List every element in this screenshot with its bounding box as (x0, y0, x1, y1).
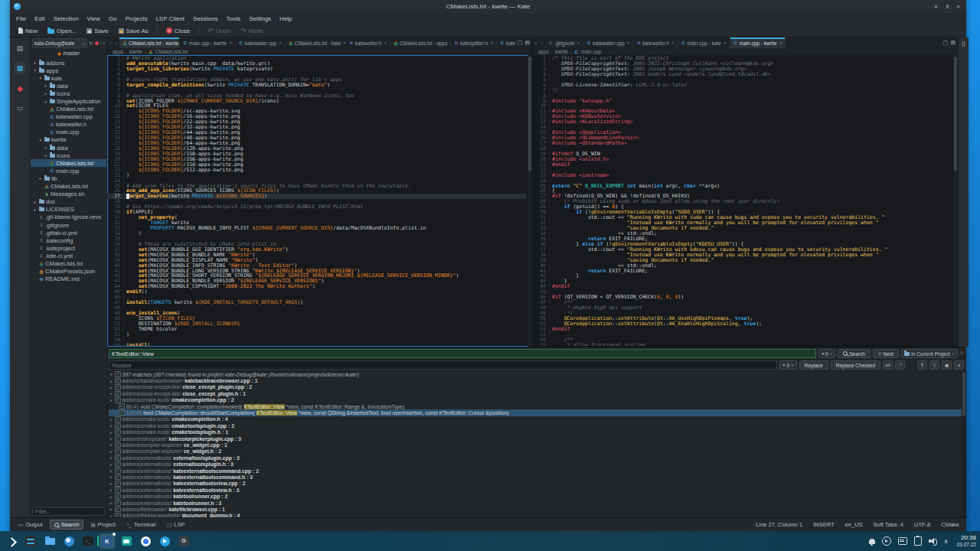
checkbox-icon[interactable]: ✓ (115, 481, 121, 487)
expander-icon[interactable]: ▾ (109, 372, 113, 377)
tree-item-icons[interactable]: ▸icons (31, 152, 106, 159)
tree-item-kateproject[interactable]: ≡.kateproject (31, 244, 106, 252)
clipboard-icon[interactable] (914, 536, 922, 546)
replace-input[interactable] (109, 360, 777, 370)
search-result-file-row[interactable]: ▸✓addons/externaltools/externaltoolsplug… (109, 461, 966, 467)
expander-icon[interactable]: ▸ (109, 379, 113, 383)
checkbox-icon[interactable]: ✓ (115, 500, 121, 506)
tree-item-git-blame-ignore-revs[interactable]: ≡.git-blame-ignore-revs (31, 214, 106, 221)
panel-toggle-lsp[interactable]: ▢LSP (162, 520, 189, 530)
titlebar[interactable]: CMakeLists.txt - kwrite — Kate ∨ ∧ × (10, 0, 966, 13)
expander-icon[interactable]: ▸ (109, 481, 113, 486)
checkbox-icon[interactable]: ✓ (115, 513, 121, 517)
breadcrumb-segment[interactable]: main.cpp (581, 49, 601, 54)
git-status-icon[interactable] (95, 41, 99, 45)
kate-sessions-icon[interactable]: ◆ (14, 82, 26, 94)
search-result-file-row[interactable]: ▸✓addons/cmake-tools/cmakecompletion.h: … (109, 416, 966, 422)
expander-icon[interactable]: ▸ (109, 449, 113, 454)
search-result-file-row[interactable]: ▸✓addons/cmake-tools/cmaketoolsplugin.cp… (109, 422, 966, 429)
status-segment[interactable]: Line 27, Column 1 (756, 521, 802, 528)
tabs-scroll-left-icon[interactable]: ‹ (533, 37, 539, 48)
kate-taskbar-icon[interactable]: K (100, 533, 115, 549)
expander-icon[interactable]: ▸ (109, 500, 113, 505)
tab-close-icon[interactable]: × (724, 41, 727, 45)
checkbox-icon[interactable]: ✓ (115, 397, 121, 403)
tab-cmakelists-txt-apps[interactable]: CMakeLists.txt - apps× (390, 37, 451, 48)
checkbox-icon[interactable]: ✓ (115, 378, 121, 384)
expander-icon[interactable]: ▸ (109, 385, 113, 390)
tree-item-lib[interactable]: ▸lib (31, 174, 106, 182)
tree-item-cmakelists-txt[interactable]: CMakeLists.txt (31, 259, 106, 267)
status-segment[interactable]: Soft Tabs: 4 (874, 521, 903, 528)
tree-item-data[interactable]: ▸data (31, 82, 106, 90)
expander-icon[interactable]: ▸ (109, 507, 113, 511)
status-segment[interactable]: en_US (845, 521, 863, 528)
breadcrumb-segment[interactable]: kwrite (555, 49, 568, 54)
tree-item-doc[interactable]: ▸doc (31, 198, 106, 206)
editor-scrollbar-right[interactable] (953, 55, 958, 347)
show-context-button[interactable]: ¶ (917, 360, 927, 370)
search-result-file-row[interactable]: ▾✓addons/cmake-tools/cmakecompletion.cpp… (109, 397, 966, 403)
tree-item-addons[interactable]: ▸addons (31, 59, 106, 67)
results-scrollbar[interactable] (962, 370, 966, 517)
expander-icon[interactable]: ▸ (109, 442, 113, 447)
checkbox-icon[interactable]: ✓ (115, 487, 121, 493)
tree-item-licenses[interactable]: ▸LICENSES (31, 206, 106, 214)
tab-close-icon[interactable]: × (229, 41, 232, 45)
git-branch-button[interactable]: ◆ master (31, 49, 106, 57)
expander-icon[interactable]: ▸ (109, 423, 113, 428)
save-button[interactable]: Save (83, 27, 112, 35)
tree-item-main-cpp[interactable]: Cmain.cpp (31, 167, 106, 174)
undo-button[interactable]: ↶Undo (204, 27, 234, 35)
panel-toggle-search[interactable]: Search (50, 520, 84, 530)
checkbox-icon[interactable]: ✓ (115, 468, 121, 474)
tab-close-icon[interactable]: × (490, 41, 493, 45)
chat-taskbar-icon[interactable] (119, 533, 134, 549)
open-button[interactable]: Open... (44, 27, 80, 35)
tabs-scroll-left-icon[interactable]: ‹ (107, 37, 113, 48)
checkbox-icon[interactable]: ✓ (115, 507, 121, 513)
replace-history-combo[interactable]: ▾ 0 (779, 360, 797, 370)
tab-katewaiter-h[interactable]: hkatewaiter.h× (346, 37, 390, 48)
tab-gitignore[interactable]: ≡.gitignore× (545, 37, 583, 48)
search-result-file-row[interactable]: ▸✓addons/externaltools/kateexternaltools… (109, 481, 966, 487)
search-result-file-row[interactable]: ▸✓addons/externaltools/katetoolrunner.h:… (109, 500, 966, 506)
checkbox-icon[interactable]: ✓ (115, 391, 121, 397)
status-segment[interactable]: CMake (941, 521, 959, 528)
tab-main-cpp-kwrite[interactable]: Cmain.cpp - kwrite× (730, 37, 786, 48)
back-icon[interactable]: ‹ (100, 41, 102, 46)
app-launcher-taskbar-icon[interactable] (4, 533, 19, 549)
next-button[interactable]: ∨ Next (873, 349, 899, 358)
clock[interactable]: 20:3803.07.22 (957, 535, 976, 547)
search-result-match-row[interactable]: ✓100:45 bool CMakeCompletion::shouldStar… (109, 409, 966, 416)
tab-close-icon[interactable]: × (671, 41, 675, 45)
tree-item-cmakelists-txt[interactable]: CMakeLists.txt (31, 159, 106, 167)
project-combo[interactable]: kate-Debug@kate (32, 38, 87, 48)
document-list-icon[interactable]: ▤ (950, 40, 956, 46)
status-segment[interactable]: INSERT (813, 521, 834, 528)
filesystem-icon[interactable]: ▭ (14, 102, 26, 114)
search-result-file-row[interactable]: ▸✓addons/externaltools/kateexternaltools… (109, 468, 966, 474)
new-document-icon[interactable]: ▢ (943, 40, 949, 46)
tree-item-icons[interactable]: ▸icons (31, 90, 106, 97)
breadcrumb-segment[interactable]: kwrite (129, 49, 142, 54)
lsp-symbols-icon[interactable]: {} (962, 41, 965, 46)
forward-icon[interactable]: › (103, 41, 105, 46)
checkbox-icon[interactable]: ✓ (119, 410, 125, 416)
editor-surface-right[interactable]: 1/* This file is part of the KDE project… (533, 55, 958, 347)
messages-icon[interactable] (898, 537, 907, 545)
expander-icon[interactable]: ▸ (109, 430, 113, 435)
expander-icon[interactable]: ▸ (109, 487, 113, 492)
menu-item-tools[interactable]: Tools (227, 15, 241, 22)
search-result-file-row[interactable]: ▸✓addons/externaltools/katetoolrunner.cp… (109, 493, 966, 499)
menu-item-go[interactable]: Go (109, 15, 117, 22)
tree-item-messages-sh[interactable]: $Messages.sh (31, 191, 106, 198)
tab-close-icon[interactable]: × (384, 41, 387, 45)
checkbox-icon[interactable]: ✓ (115, 371, 121, 377)
expander-icon[interactable]: ▸ (109, 462, 113, 467)
replace-button[interactable]: Replace (799, 360, 828, 370)
save-as-button[interactable]: Save As (115, 27, 152, 35)
tree-item-katewaiter-cpp[interactable]: Ckatewaiter.cpp (31, 113, 106, 121)
search-result-file-row[interactable]: ▸✓addons/externaltools/kateexternaltools… (109, 487, 966, 493)
replace-checked-button[interactable]: Replace Checked (831, 360, 880, 370)
